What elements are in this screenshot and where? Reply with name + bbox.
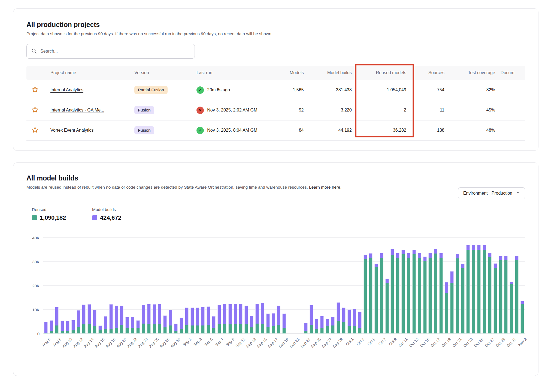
x-axis-slot: Nov 2 [520, 334, 525, 361]
favorite-star-icon[interactable] [31, 126, 39, 134]
builds-bar-segment [304, 323, 308, 331]
project-name-link[interactable]: Vortex Event Analytics [50, 128, 93, 132]
stacked-bar [369, 253, 373, 334]
bar-slot [384, 234, 390, 334]
sources-count: 754 [409, 80, 447, 100]
bar-slot [141, 234, 146, 334]
x-axis-slot: Sep 5 [206, 334, 211, 361]
reused-bar-segment [477, 250, 481, 333]
builds-bar-segment [412, 250, 416, 255]
reused-bar-segment [337, 321, 340, 334]
builds-bar-segment [244, 306, 248, 325]
builds-bar-segment [82, 304, 86, 324]
favorite-star-icon[interactable] [31, 106, 39, 113]
search-input[interactable] [26, 44, 195, 59]
y-axis: 010K20K30K40K [26, 234, 43, 334]
reused-bar-segment [71, 330, 75, 333]
stacked-bar [390, 249, 394, 334]
reused-bar-segment [223, 324, 226, 333]
reused-bar-segment [66, 331, 69, 334]
reused-bar-segment [331, 325, 335, 333]
x-axis-slot [363, 334, 368, 361]
bar-slot [303, 234, 308, 334]
builds-bar-segment [450, 271, 454, 283]
stacked-bar [255, 304, 259, 333]
bar-slot [49, 234, 54, 334]
builds-bar-segment [418, 253, 421, 258]
reused-bar-segment [353, 326, 356, 333]
stacked-bar [98, 325, 102, 334]
favorite-star-icon[interactable] [31, 86, 39, 93]
builds-bar-segment [234, 304, 237, 324]
builds-bar-segment [93, 310, 96, 326]
reused-bar-segment [163, 327, 167, 334]
search-icon [31, 48, 37, 55]
bar-slot [108, 234, 114, 334]
version-badge: Fusion [134, 106, 154, 114]
builds-bar-segment [396, 253, 399, 258]
stacked-bar [337, 302, 340, 333]
stacked-bar [234, 304, 237, 334]
bar-slot [43, 234, 49, 334]
reused-bar-segment [494, 268, 497, 333]
legend-item-reused: Reused 1,090,182 [32, 207, 66, 221]
builds-bar-segment [158, 304, 161, 324]
builds-bar-segment [223, 304, 226, 324]
stacked-bar [66, 321, 69, 334]
test-coverage-value: 48% [447, 120, 498, 140]
stacked-bar [223, 304, 226, 334]
builds-bar-segment [401, 250, 405, 255]
search-box [26, 44, 195, 59]
model-builds-card: All model builds Models are reused inste… [13, 162, 538, 376]
bar-slot [114, 234, 119, 334]
environment-dropdown[interactable]: Environment Production [458, 187, 525, 199]
table-row: Internal Analytics - GA Me...Fusion✕Nov … [26, 100, 525, 120]
reused-bar-segment [60, 331, 64, 334]
stacked-bar [180, 318, 183, 333]
bar-slot [103, 234, 108, 334]
y-axis-label: 10K [32, 307, 40, 312]
bar-slot [233, 234, 238, 334]
column-header-project-name: Project name [48, 66, 132, 80]
builds-bar-segment [423, 257, 427, 261]
reused-bar-segment [277, 325, 280, 334]
builds-bar-segment [483, 245, 486, 250]
builds-bar-segment [374, 264, 378, 267]
builds-bar-segment [499, 256, 502, 260]
builds-bar-segment [120, 306, 123, 325]
builds-bar-segment [142, 305, 145, 324]
bar-slot [70, 234, 76, 334]
model-builds-count: 44,192 [307, 120, 355, 140]
stacked-bar [87, 304, 91, 333]
stacked-bar [407, 253, 410, 334]
builds-bar-segment [364, 255, 367, 259]
builds-bar-segment [228, 304, 232, 324]
reused-bar-segment [115, 328, 118, 333]
x-axis: Aug 6Aug 8Aug 10Aug 12Aug 14Aug 16Aug 18… [43, 334, 525, 361]
bar-slot [130, 234, 135, 334]
last-run-time: 20m 6s ago [207, 88, 230, 92]
bar-slot [498, 234, 503, 334]
bar-slot [173, 234, 179, 334]
bar-slot [330, 234, 336, 334]
stacked-bar [347, 309, 351, 334]
stacked-bar [304, 323, 308, 334]
bar-slot [390, 234, 395, 334]
learn-more-link[interactable]: Learn more here. [309, 185, 341, 189]
x-axis-slot: Aug 22 [130, 334, 135, 361]
x-axis-slot: Oct 3 [357, 334, 363, 361]
bar-slot [314, 234, 319, 334]
y-axis-label: 20K [32, 283, 40, 288]
builds-bar-segment [358, 312, 362, 327]
bar-slot [449, 234, 455, 334]
stacked-bar [142, 305, 145, 334]
stacked-bar [310, 305, 313, 334]
builds-bar-segment [428, 253, 432, 258]
bar-slot [401, 234, 406, 334]
stacked-bar [326, 319, 329, 334]
project-name-link[interactable]: Internal Analytics [50, 88, 83, 92]
bar-slot [65, 234, 70, 334]
reused-bar-segment [158, 324, 161, 333]
project-name-link[interactable]: Internal Analytics - GA Me... [50, 108, 104, 112]
bar-slot [411, 234, 417, 334]
